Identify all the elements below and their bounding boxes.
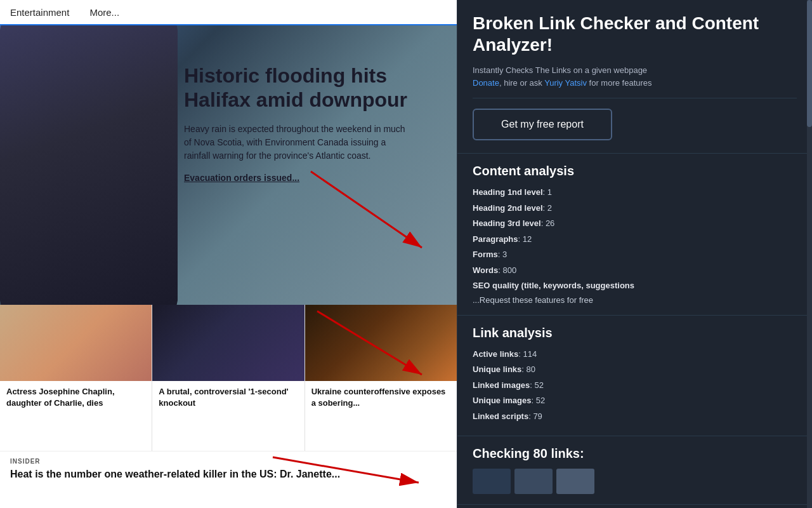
bottom-headline[interactable]: Heat is the number one weather-related k…	[10, 469, 447, 480]
card-3-text: Ukraine counteroffensive exposes a sober…	[305, 381, 457, 414]
thumbnail-1	[473, 469, 511, 494]
stat-linked-scripts-value: 79	[533, 411, 542, 421]
stat-seo: SEO quality (title, keywords, suggestion…	[473, 279, 797, 292]
stat-h1-value: 1	[547, 187, 552, 197]
link-analysis-section: Link analysis Active links: 114 Unique l…	[457, 316, 812, 437]
panel-header: Broken Link Checker and Content Analyzer…	[457, 0, 812, 154]
thumbnail-2	[514, 469, 553, 494]
stat-paragraphs-label: Paragraphs	[473, 234, 518, 244]
stat-linked-images: Linked images: 52	[473, 379, 797, 392]
thumbnails-row	[473, 469, 797, 494]
subtitle-text: Instantly Checks The Links on a given we…	[473, 65, 647, 75]
stat-linked-scripts-label: Linked scripts	[473, 411, 528, 421]
hero-content: Historic flooding hits Halifax amid down…	[184, 64, 438, 183]
stat-h1-label: Heading 1nd level	[473, 187, 543, 197]
nav-more[interactable]: More...	[89, 7, 119, 18]
stat-linked-images-label: Linked images	[473, 380, 530, 390]
stat-words: Words: 800	[473, 264, 797, 277]
hero-link[interactable]: Evacuation orders issued...	[184, 173, 438, 183]
card-3-image	[305, 305, 457, 381]
card-1[interactable]: Actress Josephine Chaplin, daughter of C…	[0, 305, 152, 451]
donate-link[interactable]: Donate	[473, 78, 499, 88]
stat-h3-value: 26	[546, 218, 554, 228]
card-1-image	[0, 305, 152, 381]
stat-words-value: 800	[502, 265, 516, 275]
hero-description: Heavy rain is expected throughout the we…	[184, 123, 406, 163]
stat-paragraphs-value: 12	[523, 234, 532, 244]
panel-subtitle: Instantly Checks The Links on a given we…	[473, 64, 797, 89]
stat-unique-images: Unique images: 52	[473, 394, 797, 407]
extension-panel: Broken Link Checker and Content Analyzer…	[457, 0, 812, 508]
top-navigation: Entertainment More...	[0, 0, 457, 25]
stat-unique-links: Unique links: 80	[473, 363, 797, 376]
panel-divider	[473, 98, 797, 98]
card-3[interactable]: Ukraine counteroffensive exposes a sober…	[305, 305, 457, 451]
link-analysis-title: Link analysis	[473, 326, 797, 340]
stat-forms-label: Forms	[473, 250, 498, 259]
checking-section: Checking 80 links:	[457, 436, 812, 505]
stat-forms-value: 3	[502, 250, 507, 259]
news-website: Entertainment More... Historic flooding …	[0, 0, 457, 508]
stat-h1: Heading 1nd level: 1	[473, 186, 797, 199]
content-analysis-title: Content analysis	[473, 164, 797, 178]
hero-title: Historic flooding hits Halifax amid down…	[184, 64, 438, 112]
card-2-image	[152, 305, 304, 381]
stat-words-label: Words	[473, 265, 498, 275]
stat-h2-value: 2	[547, 203, 552, 213]
stat-linked-images-value: 52	[535, 380, 544, 390]
stat-h3-label: Heading 3rd level	[473, 218, 541, 228]
hero-person-silhouette	[0, 25, 178, 305]
nav-entertainment[interactable]: Entertainment	[10, 7, 69, 18]
card-2-text: A brutal, controversial '1-second' knock…	[152, 381, 304, 414]
get-report-button[interactable]: Get my free report	[473, 109, 612, 140]
card-1-text: Actress Josephine Chaplin, daughter of C…	[0, 381, 152, 414]
stat-seo-label: SEO quality (title, keywords, suggestion…	[473, 281, 634, 290]
panel-title: Broken Link Checker and Content Analyzer…	[473, 13, 797, 55]
hire-text: , hire or ask	[499, 78, 544, 88]
stat-h3: Heading 3rd level: 26	[473, 217, 797, 230]
cards-row: Actress Josephine Chaplin, daughter of C…	[0, 305, 457, 451]
stat-linked-scripts: Linked scripts: 79	[473, 410, 797, 423]
bottom-tag: INSIDER	[10, 458, 447, 465]
stat-active-links: Active links: 114	[473, 348, 797, 361]
checking-title: Checking 80 links:	[473, 446, 797, 461]
stat-unique-links-value: 80	[527, 364, 535, 374]
stat-h2-label: Heading 2nd level	[473, 203, 543, 213]
bottom-bar: INSIDER Heat is the number one weather-r…	[0, 451, 457, 508]
stat-active-links-label: Active links	[473, 349, 518, 359]
author-link[interactable]: Yuriy Yatsiv	[544, 78, 587, 88]
stat-forms: Forms: 3	[473, 248, 797, 261]
stat-active-links-value: 114	[523, 349, 537, 359]
stat-unique-images-value: 52	[536, 396, 545, 405]
stat-h2: Heading 2nd level: 2	[473, 202, 797, 215]
scrollbar-thumb[interactable]	[807, 0, 812, 127]
seo-note: ...Request these features for free	[473, 295, 797, 305]
hero-section: Historic flooding hits Halifax amid down…	[0, 25, 457, 305]
stat-paragraphs: Paragraphs: 12	[473, 233, 797, 246]
stat-unique-images-label: Unique images	[473, 396, 531, 405]
stat-unique-links-label: Unique links	[473, 364, 521, 374]
more-text: for more features	[587, 78, 652, 88]
scrollbar-track[interactable]	[807, 0, 812, 508]
card-2[interactable]: A brutal, controversial '1-second' knock…	[152, 305, 304, 451]
content-analysis-section: Content analysis Heading 1nd level: 1 He…	[457, 154, 812, 316]
thumbnail-3	[556, 469, 594, 494]
